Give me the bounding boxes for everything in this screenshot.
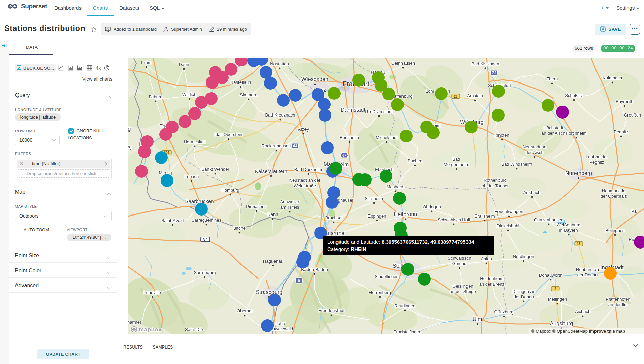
- svg-text:der Oberpfalz: der Oberpfalz: [601, 194, 627, 199]
- svg-text:Sankt Wendel: Sankt Wendel: [202, 167, 229, 172]
- svg-text:Pirmasens: Pirmasens: [246, 204, 267, 209]
- svg-text:Bensheim: Bensheim: [340, 135, 359, 140]
- svg-text:Creußen: Creußen: [624, 112, 641, 118]
- svg-text:Charmes: Charmes: [128, 320, 142, 325]
- svg-text:der Aisch: der Aisch: [525, 150, 543, 155]
- svg-text:71: 71: [492, 71, 496, 75]
- svg-text:Kulmbach: Kulmbach: [603, 75, 622, 80]
- svg-text:Pa: Pa: [631, 209, 637, 214]
- svg-text:Gelnhausen: Gelnhausen: [391, 61, 415, 66]
- svg-text:Pfaffenhofen: Pfaffenhofen: [606, 297, 631, 302]
- svg-text:Dillingen an: Dillingen an: [512, 289, 535, 294]
- svg-text:Mosbach: Mosbach: [387, 184, 405, 189]
- svg-text:Höchstadt: Höchstadt: [544, 125, 564, 130]
- svg-text:ob der Tauber: ob der Tauber: [482, 183, 509, 188]
- svg-text:Lebach: Lebach: [185, 174, 199, 179]
- svg-text:Nördlingen: Nördlingen: [513, 254, 534, 259]
- svg-text:an der Steige: an der Steige: [450, 289, 476, 294]
- svg-text:Arnstein: Arnstein: [467, 93, 483, 98]
- svg-text:Prüm: Prüm: [141, 60, 151, 65]
- svg-text:Aichach: Aichach: [575, 309, 590, 314]
- svg-text:Ebern: Ebern: [546, 76, 558, 81]
- svg-text:Buchen: Buchen: [408, 158, 422, 163]
- svg-text:Trochtelfingen: Trochtelfingen: [394, 329, 421, 334]
- svg-text:Aalen: Aalen: [481, 256, 492, 261]
- svg-text:Nastätten: Nastätten: [270, 61, 289, 66]
- svg-text:Idar-Oberstein: Idar-Oberstein: [214, 132, 242, 137]
- svg-text:Scheßlitz: Scheßlitz: [565, 93, 583, 98]
- svg-text:63: 63: [293, 144, 297, 148]
- svg-text:Augsburg: Augsburg: [550, 321, 573, 326]
- svg-text:Mergentheim: Mergentheim: [444, 162, 469, 167]
- svg-text:© Mapbox © OpenStreetMap Impro: © Mapbox © OpenStreetMap Improve this ma…: [531, 329, 625, 334]
- svg-text:Ulm: Ulm: [473, 316, 482, 322]
- svg-text:Groß-Umstadt: Groß-Umstadt: [365, 109, 393, 114]
- svg-text:Sarrebourg: Sarrebourg: [194, 270, 216, 275]
- svg-text:Neuburg an: Neuburg an: [576, 267, 599, 272]
- svg-text:13: 13: [577, 242, 581, 246]
- svg-text:Bruchsal: Bruchsal: [325, 215, 343, 220]
- svg-text:Nuremberg: Nuremberg: [565, 170, 592, 176]
- svg-text:Neustadt an der: Neustadt an der: [289, 178, 321, 183]
- svg-text:Michelstadt: Michelstadt: [376, 135, 398, 140]
- svg-text:Schwäbisch Hall: Schwäbisch Hall: [438, 217, 470, 222]
- svg-text:Crailsheim: Crailsheim: [474, 213, 495, 219]
- svg-text:Gunzenhausen: Gunzenhausen: [534, 217, 564, 222]
- svg-text:Meitingen: Meitingen: [548, 297, 567, 302]
- svg-text:Bad Dürkheim: Bad Dürkheim: [294, 167, 322, 172]
- svg-text:Reutlingen: Reutlingen: [394, 303, 415, 308]
- svg-text:Bad Kissingen: Bad Kissingen: [471, 61, 499, 66]
- svg-text:A 4: A 4: [202, 238, 208, 241]
- svg-text:Obernai: Obernai: [237, 308, 252, 313]
- svg-text:Pegnitz: Pegnitz: [614, 129, 628, 134]
- svg-text:Bitche: Bitche: [233, 226, 246, 231]
- svg-text:Pegnitz: Pegnitz: [589, 160, 604, 165]
- svg-text:Dahn: Dahn: [267, 212, 278, 217]
- svg-text:Donauwörth: Donauwörth: [539, 273, 562, 278]
- svg-text:Gmünd: Gmünd: [452, 261, 467, 266]
- svg-text:67: 67: [342, 153, 347, 157]
- svg-text:Herrenberg: Herrenberg: [369, 290, 391, 295]
- svg-text:Lahr/: Lahr/: [275, 321, 285, 326]
- svg-text:Neustadt an: Neustadt an: [523, 144, 546, 150]
- svg-text:Bayreuth: Bayreuth: [616, 99, 633, 104]
- svg-text:Freudenstadt: Freudenstadt: [319, 308, 345, 313]
- svg-text:rg: rg: [128, 126, 131, 132]
- svg-text:Wittlich: Wittlich: [182, 92, 196, 97]
- svg-text:Annweiler: Annweiler: [280, 199, 299, 204]
- svg-text:Rockenhausen: Rockenhausen: [262, 143, 291, 148]
- svg-text:rg: rg: [128, 144, 132, 150]
- svg-text:Heidenheim: Heidenheim: [480, 276, 503, 281]
- svg-text:5: 5: [298, 278, 300, 283]
- svg-text:Dinkelsbühl: Dinkelsbühl: [496, 223, 519, 228]
- svg-text:der Donau: der Donau: [577, 272, 598, 277]
- svg-text:Öhringen: Öhringen: [423, 204, 441, 209]
- svg-text:Eppingen: Eppingen: [368, 213, 386, 219]
- svg-text:Weinstraße: Weinstraße: [294, 183, 316, 188]
- svg-text:Günzburg: Günzburg: [494, 309, 513, 315]
- svg-text:Bad Kreuznach: Bad Kreuznach: [265, 112, 295, 118]
- svg-text:Sinsheim: Sinsheim: [365, 196, 383, 201]
- svg-text:Wiesbaden: Wiesbaden: [301, 76, 328, 82]
- svg-text:Kaiserslautern: Kaiserslautern: [255, 168, 287, 174]
- svg-text:Neumarkt in: Neumarkt in: [602, 188, 625, 193]
- svg-text:Saint-Dié-: Saint-Dié-: [185, 327, 204, 332]
- svg-text:an der Brenz: an der Brenz: [479, 282, 504, 287]
- svg-text:Lunéville: Lunéville: [143, 290, 161, 295]
- svg-text:Kastellaun: Kastellaun: [231, 80, 251, 85]
- svg-text:Sarreguemines: Sarreguemines: [192, 218, 222, 223]
- svg-text:Darmstadt: Darmstadt: [341, 107, 365, 113]
- svg-text:Sindelfingen: Sindelfingen: [375, 274, 399, 279]
- svg-text:mapbox: mapbox: [139, 326, 162, 333]
- svg-text:der Donau: der Donau: [514, 294, 534, 299]
- svg-text:Homburg: Homburg: [221, 188, 239, 193]
- svg-text:Alzey: Alzey: [298, 127, 309, 132]
- svg-text:Strasbourg: Strasbourg: [256, 289, 282, 295]
- svg-text:Simmern: Simmern: [240, 92, 257, 97]
- svg-text:Beilngries: Beilngries: [605, 228, 625, 233]
- svg-text:Geislingen: Geislingen: [452, 284, 473, 289]
- svg-text:am Trifels: am Trifels: [280, 205, 299, 210]
- svg-text:an der Aisch: an der Aisch: [541, 131, 566, 136]
- svg-text:Schwäbisch: Schwäbisch: [448, 256, 471, 261]
- svg-text:Haguenau: Haguenau: [263, 259, 283, 264]
